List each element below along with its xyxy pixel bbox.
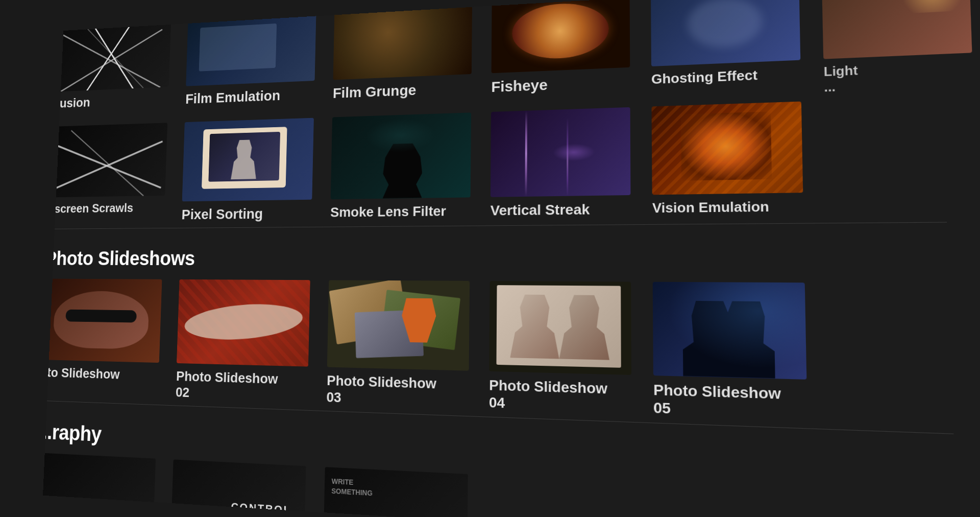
- item-photo-3[interactable]: WRITESOMETHING: [324, 467, 468, 517]
- photo3-thumb: WRITESOMETHING: [324, 467, 468, 517]
- photo1-thumb: [43, 453, 156, 517]
- film-grunge-label: Film Grunge: [333, 79, 472, 102]
- photo3-text: WRITESOMETHING: [331, 477, 460, 504]
- pixel-sorting-label: Pixel Sorting: [181, 204, 312, 223]
- control-text: CONTROL: [231, 500, 291, 517]
- photography-title-text: ...raphy: [43, 419, 102, 445]
- item-vertical-streak[interactable]: Vertical Streak: [491, 107, 631, 220]
- item-smoke[interactable]: Smoke Lens Filter: [330, 112, 471, 222]
- item-vision[interactable]: Vision Emulation: [652, 101, 804, 219]
- svg-line-2: [77, 17, 146, 91]
- pixel-sorting-thumb: [202, 127, 287, 189]
- photo-slideshows-title: Photo Slideshows: [44, 233, 980, 284]
- vision-emulation-thumb: [652, 101, 803, 195]
- film-emulation-thumb: [186, 7, 316, 86]
- slideshow01-thumb: [43, 278, 162, 363]
- slideshow03-thumb: [327, 280, 470, 370]
- ghosting-thumb: [651, 0, 800, 66]
- svg-line-5: [68, 128, 146, 197]
- item-slideshow-02[interactable]: Photo Slideshow02: [176, 279, 310, 405]
- slideshow04-label: Photo Slideshow04: [489, 377, 632, 416]
- item-film-emulation[interactable]: Film Emulation: [185, 7, 316, 118]
- item-offscreen[interactable]: ffscreen Scrawls: [47, 123, 168, 224]
- svg-line-1: [61, 30, 162, 91]
- vertical-streak-label: Vertical Streak: [491, 200, 631, 219]
- slideshow04-thumb: [489, 281, 631, 375]
- smoke-label: Smoke Lens Filter: [330, 202, 471, 221]
- item-pixel-sorting[interactable]: Pixel Sorting: [181, 118, 314, 223]
- photo-slideshows-title-text: Photo Slideshows: [45, 247, 195, 269]
- slideshow01-label: oto Slideshow: [43, 364, 159, 384]
- diffusion-label: ffusion: [52, 91, 169, 111]
- photo2-thumb: CONTROL: [172, 459, 306, 517]
- slideshows-row: oto Slideshow Photo Slideshow02: [43, 278, 980, 432]
- item-ghosting[interactable]: Ghosting Effect: [651, 0, 801, 101]
- item-fisheye[interactable]: Fisheye: [491, 0, 630, 107]
- light-label: Light...: [823, 58, 973, 95]
- item-slideshow-04[interactable]: Photo Slideshow04: [489, 281, 632, 416]
- item-slideshow-01[interactable]: oto Slideshow: [43, 278, 162, 400]
- content-wrapper: ffusion Film Emulation Film Grunge: [43, 0, 980, 517]
- item-photo-1[interactable]: [43, 453, 156, 517]
- slideshow03-label: Photo Slideshow03: [326, 372, 469, 411]
- fisheye-label: Fisheye: [491, 73, 630, 96]
- cross-lines-icon: [53, 15, 171, 92]
- slideshow05-thumb: [653, 281, 807, 379]
- item-slideshow-03[interactable]: Photo Slideshow03: [326, 280, 470, 411]
- ghost-overlay-icon: [687, 0, 762, 49]
- item-film-grunge[interactable]: Film Grunge: [332, 0, 472, 112]
- item-diffusion[interactable]: ffusion: [52, 15, 172, 122]
- main-container: ffusion Film Emulation Film Grunge: [43, 0, 980, 517]
- vertical-streak-thumb: [491, 107, 631, 197]
- effects-section: ffusion Film Emulation Film Grunge: [46, 0, 980, 229]
- fisheye-thumb: [511, 1, 608, 61]
- ghosting-label: Ghosting Effect: [651, 65, 801, 87]
- offscreen-label: ffscreen Scrawls: [47, 200, 165, 216]
- film-emulation-label: Film Emulation: [185, 85, 314, 107]
- item-slideshow-05[interactable]: Photo Slideshow05: [653, 281, 807, 422]
- slideshow05-label: Photo Slideshow05: [653, 381, 807, 422]
- light-leak-thumb: [822, 0, 972, 59]
- item-photo-2[interactable]: CONTROL: [172, 459, 306, 517]
- slideshow02-thumb: [177, 279, 310, 367]
- vision-emulation-label: Vision Emulation: [652, 198, 803, 216]
- film-grunge-thumb: [333, 0, 473, 80]
- offscreen-scrawls-icon: [48, 123, 167, 197]
- item-light[interactable]: Light...: [822, 0, 973, 95]
- photo-slideshows-section: Photo Slideshows oto Slideshow: [43, 233, 980, 438]
- slideshow02-label: Photo Slideshow02: [176, 368, 308, 405]
